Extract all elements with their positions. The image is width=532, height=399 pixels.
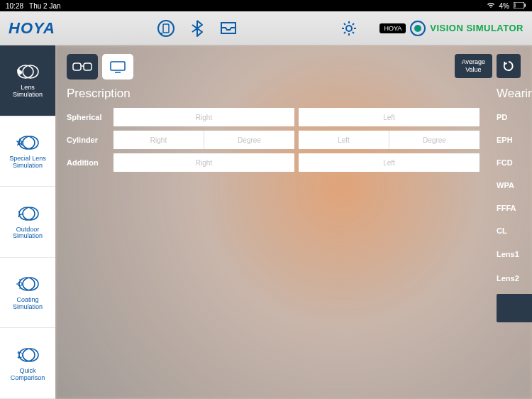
vision-simulator-badge: HOYA VISION SIMULATOR [379,21,523,36]
special-lens-icon [15,133,40,153]
wearing-title: Wearing Parameters [497,87,532,101]
battery-level: 4% [499,2,509,10]
refresh-button[interactable] [497,54,521,78]
svg-point-12 [23,207,38,220]
status-date: Thu 2 Jan [29,2,60,10]
hoya-logo: HOYA [9,19,55,38]
status-time: 10:28 [6,2,23,10]
svg-rect-20 [73,63,81,70]
sidebar-item-label: OutdoorSimulation [13,226,43,241]
spherical-left-input[interactable] [299,108,480,126]
eye-icon [410,21,426,36]
sidebar-item-quick-comparison[interactable]: QuickComparison [0,328,55,399]
svg-rect-21 [84,63,92,70]
vs-hoya-badge: HOYA [379,23,406,33]
addition-row: Addition [67,153,480,172]
topbar: HOYA HOYA VISION SIMULATOR [0,11,532,45]
wearing-parameters-column: Wearing Parameters PD EPH [497,87,532,390]
sidebar-item-coating[interactable]: CoatingSimulation [0,258,55,329]
cylinder-row: Cylinder [67,131,480,149]
view-mode-toggles [67,54,133,80]
inbox-icon[interactable] [218,18,239,39]
sidebar-item-label: QuickComparison [11,368,45,382]
sidebar-item-outdoor[interactable]: OutdoorSimulation [0,187,55,258]
spherical-label: Spherical [67,113,108,121]
battery-icon [514,2,526,10]
sidebar-item-label: Special LensSimulation [9,155,46,170]
coating-icon [15,274,40,294]
simulate-button[interactable]: SIMULATE [497,294,532,322]
vs-label: VISION SIMULATOR [430,23,523,33]
main-panel: AverageValue Prescription Spherical [55,45,532,399]
cylinder-left-input[interactable] [299,131,389,149]
bluetooth-icon[interactable] [187,18,208,39]
svg-rect-2 [515,3,516,7]
svg-point-5 [346,26,352,31]
cl-label: CL [497,226,526,235]
addition-right-input[interactable] [113,153,294,172]
svg-point-18 [23,349,38,361]
fffa-row: FFFA [497,199,532,217]
ios-statusbar: 10:28 Thu 2 Jan 4% [0,0,532,11]
svg-point-16 [19,278,35,290]
outdoor-icon [15,204,40,224]
wpa-row: WPA [497,176,532,195]
addition-label: Addition [67,158,108,167]
lens1-label: Lens1 [497,250,526,258]
prescription-column: Prescription Spherical Cylinder [67,87,480,390]
spherical-row: Spherical [67,108,480,126]
device-icon[interactable] [155,18,177,39]
fffa-label: FFFA [497,204,526,212]
wpa-label: WPA [497,181,526,190]
screen-mode-button[interactable] [102,54,133,80]
svg-point-19 [19,349,35,361]
svg-point-9 [17,69,20,72]
cylinder-right-input[interactable] [113,131,204,149]
lens2-row: Lens2 LifeStyle V+ X-ACT Harmony [497,268,532,288]
svg-rect-1 [525,4,526,6]
sidebar-item-special-lens[interactable]: Special LensSimulation [0,116,55,187]
eph-label: EPH [497,136,526,144]
svg-point-10 [23,136,38,149]
svg-rect-22 [111,62,125,70]
sidebar-item-lens-simulation[interactable]: LensSimulation [0,45,55,116]
pd-label: PD [497,113,526,121]
settings-icon[interactable] [338,18,360,39]
glasses-mode-button[interactable] [67,54,98,80]
cylinder-right-degree-input[interactable] [204,131,294,149]
comparison-icon [15,345,40,365]
prescription-title: Prescription [67,87,480,101]
svg-point-14 [18,211,20,212]
lens1-row: Lens1 Myself [497,244,532,264]
fcd-row: FCD [497,153,532,172]
pd-row: PD [497,108,532,126]
lens-simulation-icon [15,62,40,82]
cl-row: CL [497,222,532,240]
svg-rect-4 [163,24,169,33]
addition-left-input[interactable] [299,153,480,172]
sidebar-item-label: LensSimulation [13,84,43,99]
cylinder-left-degree-input[interactable] [389,131,480,149]
cylinder-label: Cylinder [67,136,108,144]
lens2-label: Lens2 [497,274,526,283]
svg-point-15 [23,278,38,290]
sidebar: LensSimulation Special LensSimulation Ou… [0,45,55,399]
spherical-right-input[interactable] [113,108,294,126]
wifi-icon [487,1,495,10]
eph-row: EPH [497,131,532,149]
sidebar-item-label: CoatingSimulation [13,297,43,311]
average-value-button[interactable]: AverageValue [455,54,492,78]
top-icons [155,18,239,39]
fcd-label: FCD [497,158,526,167]
